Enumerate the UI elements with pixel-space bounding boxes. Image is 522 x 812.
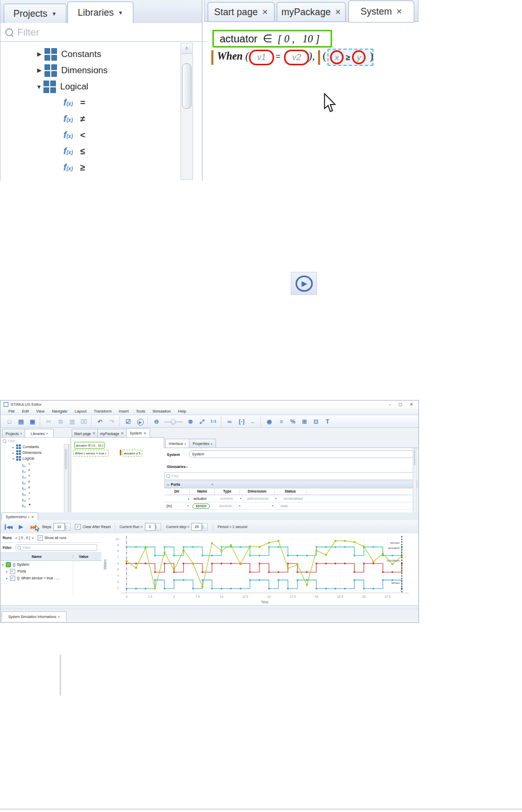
menu-item[interactable]: Insert <box>115 409 132 414</box>
tree-item-operator[interactable]: f(x) = <box>1 95 180 111</box>
expand-arrow-icon[interactable]: ▸ <box>13 445 16 449</box>
scrollbar-thumb[interactable] <box>414 450 415 465</box>
back-arrow-icon[interactable]: ← <box>247 416 259 427</box>
menu-item[interactable]: Transform <box>90 409 115 414</box>
print-icon[interactable]: ▤ <box>15 416 27 427</box>
copy-icon[interactable]: ⧉ <box>55 416 66 427</box>
name-cell[interactable]: actuator <box>191 497 218 500</box>
tab-projects[interactable]: Projects ▼ <box>4 4 66 24</box>
run-checkbox[interactable]: ✓ <box>10 576 15 581</box>
close-icon[interactable]: ✕ <box>93 431 96 436</box>
runs-row-system[interactable]: ▾ ✓ { } System <box>1 561 101 568</box>
menu-item[interactable]: Simulation <box>149 409 174 414</box>
add-port-button[interactable]: + <box>211 482 213 487</box>
ports-filter[interactable]: Filter <box>164 472 416 480</box>
undo-icon[interactable]: ↶ <box>91 416 106 427</box>
type-cell[interactable]: boolean <box>217 504 239 508</box>
expand-arrow-icon[interactable]: ▸ <box>13 451 16 454</box>
new-file-icon[interactable]: □ <box>4 416 15 427</box>
steps-input[interactable]: 10 <box>53 523 65 531</box>
next-run-icon[interactable]: ▸ <box>32 536 34 540</box>
share-icon[interactable]: % <box>287 416 299 427</box>
close-icon[interactable]: ✕ <box>262 8 268 16</box>
close-icon[interactable]: ✕ <box>121 431 124 436</box>
collapse-arrow-icon[interactable]: ▾ <box>167 483 169 486</box>
paste-icon[interactable]: ▥ <box>66 416 78 427</box>
tab-interface[interactable]: Interface▾ <box>165 439 189 448</box>
library-filter[interactable]: Filter <box>1 23 207 42</box>
selection-box[interactable]: x ≥ y <box>327 49 373 66</box>
collapse-arrow-icon[interactable]: ▾ <box>2 563 4 566</box>
tab-mypackage[interactable]: myPackage ✕ <box>277 2 346 22</box>
column-header[interactable]: Dimension <box>240 487 275 495</box>
text-tool-icon[interactable]: T <box>322 416 333 427</box>
link-icon[interactable]: ∞ <box>221 416 236 427</box>
scroll-up-button[interactable]: ˄ <box>181 43 192 54</box>
fit-view-icon[interactable]: ⤢ <box>196 416 208 427</box>
spin-down-icon[interactable]: ▾ <box>202 527 207 529</box>
menu-item[interactable]: Navigate <box>48 409 71 414</box>
more-options-icon[interactable]: ⋮ <box>94 555 98 559</box>
tree-scrollbar[interactable] <box>64 444 69 513</box>
clear-after-reset-checkbox[interactable]: ✓ <box>75 524 81 530</box>
value-column-header[interactable]: Value <box>73 555 94 558</box>
formula-actuator-range[interactable]: actuator ∈ [ 0 , 10 ] <box>212 30 332 48</box>
close-icon[interactable]: ✕ <box>31 515 34 519</box>
tab-libraries[interactable]: Libraries▾ <box>25 429 54 438</box>
tree-item-dimensions[interactable]: ▶ Dimensions <box>1 62 180 78</box>
tree-item-operator[interactable]: f(x) ≈ <box>1 496 69 501</box>
column-header[interactable]: Status <box>275 487 307 495</box>
column-header[interactable]: Name <box>190 487 215 495</box>
tree-item-operator[interactable]: f(x) = <box>1 461 69 467</box>
tree-item-operator[interactable]: f(x) ≠ <box>1 467 69 473</box>
tab-start-page[interactable]: Start page ✕ <box>208 2 275 22</box>
menu-item[interactable]: Layout <box>71 409 90 414</box>
delete-icon[interactable]: ⌧ <box>78 416 89 427</box>
var-v2-marked[interactable]: v2 <box>284 50 309 65</box>
tree-item-operator[interactable]: f(x) ≥ <box>1 484 69 490</box>
expand-arrow-icon[interactable]: ▶ <box>37 67 44 74</box>
prev-run-icon[interactable]: ◂ <box>15 536 17 540</box>
chevron-down-icon[interactable]: ▼ <box>52 11 57 17</box>
tab-system-simu[interactable]: System/simu ▾ ✕ <box>2 512 38 521</box>
close-icon[interactable]: ✕ <box>335 8 341 16</box>
name-column-header[interactable]: Name <box>1 555 73 558</box>
current-step-spinner[interactable]: ▴▾ <box>202 523 208 531</box>
formula-when-clause[interactable]: When ( v1 = v2 ), ( x ≥ y ) <box>211 50 417 66</box>
tree-item-operator[interactable]: f(x) < <box>1 127 180 143</box>
dir-cell[interactable]: (In) <box>164 504 187 508</box>
close-icon[interactable]: ✕ <box>143 431 146 436</box>
list-icon[interactable]: ≡ <box>276 416 287 427</box>
tree-item-operator[interactable]: f(x) > <box>1 490 69 496</box>
tab-system[interactable]: System ✕ <box>348 1 414 22</box>
dir-cell[interactable]: ▾ <box>164 497 191 500</box>
type-cell[interactable]: numeric <box>218 497 240 500</box>
port-row-actuator[interactable]: ▾ actuator numeric▾ adimensional▾ constr… <box>164 495 414 502</box>
var-v1-marked[interactable]: v1 <box>249 50 274 65</box>
run-simulation-button[interactable]: ▶ <box>291 272 317 295</box>
formula-actuator-range[interactable]: actuator ∈ [ 0 , 10 ] <box>74 442 105 449</box>
expand-arrow-icon[interactable]: ▸ <box>6 570 8 573</box>
collapse-arrow-icon[interactable]: ▼ <box>36 84 43 90</box>
zoom-ratio-label[interactable]: 1:1 <box>208 416 219 427</box>
steps-spinner[interactable]: ▴▾ <box>65 523 71 531</box>
menu-item[interactable]: Help <box>175 409 190 414</box>
diagram-icon[interactable]: ⊞ <box>299 416 310 427</box>
add-glossary-button[interactable]: + <box>186 465 188 470</box>
run-simulation-icon[interactable]: ▶ <box>134 416 146 427</box>
menu-item[interactable]: File <box>5 409 18 414</box>
skip-to-start-button[interactable]: ◀◀ <box>5 524 12 530</box>
current-run-input[interactable]: 0 <box>145 523 155 531</box>
minimize-button[interactable]: – <box>389 402 391 407</box>
expand-arrow-icon[interactable]: ▸ <box>6 577 8 580</box>
formula-when-clause[interactable]: When ( sensor = true ). <box>73 450 109 456</box>
runs-row-when[interactable]: ▸ ✓ { } When sensor = true , ... <box>1 575 101 581</box>
run-checkbox-checked[interactable]: ✓ <box>6 562 11 567</box>
tab-start-page[interactable]: Start page✕ <box>72 429 98 438</box>
tab-simulation-informations[interactable]: System Simulation Informations ▸ <box>2 611 66 621</box>
eye-icon[interactable]: ◉ <box>260 416 276 427</box>
simulation-chart[interactable]: 02.557.51012.51517.52022.52527.523456789… <box>101 533 418 605</box>
run-checkbox[interactable]: ✓ <box>10 569 15 574</box>
expand-arrow-icon[interactable]: ▶ <box>37 51 44 58</box>
tab-mypackage[interactable]: myPackage✕ <box>97 429 127 438</box>
